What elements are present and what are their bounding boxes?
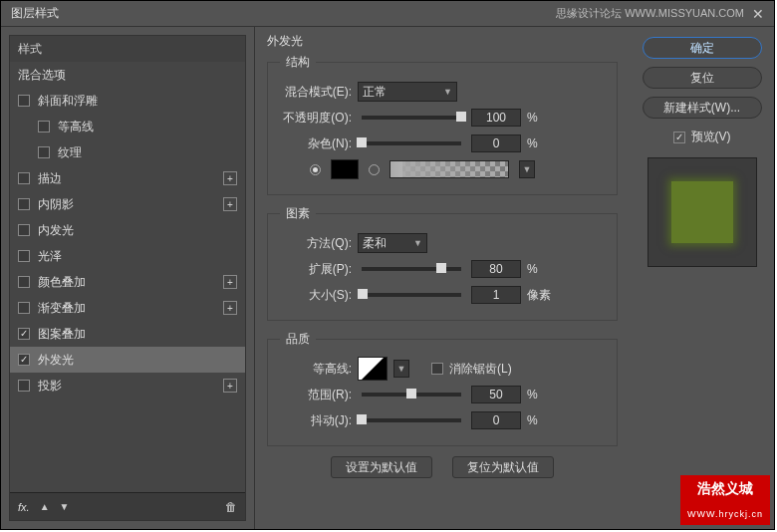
opacity-unit: % xyxy=(527,111,551,125)
style-row-5[interactable]: 内发光 xyxy=(10,217,245,243)
add-effect-icon[interactable]: + xyxy=(223,275,237,289)
blend-mode-dropdown[interactable]: 正常 ▼ xyxy=(358,82,457,102)
style-row-0[interactable]: 斜面和浮雕 xyxy=(10,88,245,114)
style-row-2[interactable]: 纹理 xyxy=(10,139,245,165)
style-label: 内阴影 xyxy=(38,196,74,213)
arrow-down-icon[interactable]: ▼ xyxy=(60,501,70,512)
new-style-button[interactable]: 新建样式(W)... xyxy=(643,97,762,119)
size-unit: 像素 xyxy=(527,287,551,304)
style-row-4[interactable]: 内阴影+ xyxy=(10,191,245,217)
style-row-11[interactable]: 投影+ xyxy=(10,373,245,399)
technique-dropdown[interactable]: 柔和 ▼ xyxy=(358,233,427,253)
noise-slider[interactable] xyxy=(362,141,461,145)
style-label: 纹理 xyxy=(58,144,82,161)
spread-slider[interactable] xyxy=(362,267,461,271)
elements-group: 图素 方法(Q): 柔和 ▼ 扩展(P): 80 % xyxy=(267,205,618,321)
style-checkbox[interactable] xyxy=(38,121,50,133)
style-checkbox[interactable] xyxy=(18,172,30,184)
style-label: 斜面和浮雕 xyxy=(38,93,98,110)
noise-unit: % xyxy=(527,136,551,150)
ok-button[interactable]: 确定 xyxy=(643,37,762,59)
window-title: 图层样式 xyxy=(11,5,59,22)
preview-box xyxy=(648,157,757,267)
right-panel: 确定 复位 新建样式(W)... ✓ 预览(V) xyxy=(630,27,774,529)
range-input[interactable]: 50 xyxy=(471,386,521,403)
add-effect-icon[interactable]: + xyxy=(223,301,237,315)
size-input[interactable]: 1 xyxy=(471,286,521,304)
titlebar: 图层样式 思缘设计论坛 WWW.MISSYUAN.COM ✕ xyxy=(1,1,774,27)
chevron-down-icon: ▼ xyxy=(413,238,422,248)
set-default-button[interactable]: 设置为默认值 xyxy=(331,456,432,478)
style-checkbox[interactable] xyxy=(18,380,30,392)
style-checkbox[interactable] xyxy=(18,328,30,340)
style-row-8[interactable]: 渐变叠加+ xyxy=(10,295,245,321)
style-label: 描边 xyxy=(38,170,62,187)
noise-input[interactable]: 0 xyxy=(471,134,521,152)
fx-icon[interactable]: fx. xyxy=(18,501,30,513)
style-label: 内发光 xyxy=(38,222,74,239)
reset-default-button[interactable]: 复位为默认值 xyxy=(452,456,554,478)
noise-label: 杂色(N): xyxy=(280,135,352,152)
style-checkbox[interactable] xyxy=(18,276,30,288)
cancel-button[interactable]: 复位 xyxy=(643,67,762,89)
style-checkbox[interactable] xyxy=(18,224,30,236)
antialias-label: 消除锯齿(L) xyxy=(449,361,512,378)
style-checkbox[interactable] xyxy=(18,302,30,314)
contour-label: 等高线: xyxy=(280,361,352,378)
sidebar-footer: fx. ▲ ▼ 🗑 xyxy=(10,492,245,520)
styles-header[interactable]: 样式 xyxy=(10,36,245,62)
add-effect-icon[interactable]: + xyxy=(223,171,237,185)
opacity-slider[interactable] xyxy=(362,116,461,120)
style-label: 投影 xyxy=(38,378,62,395)
elements-legend: 图素 xyxy=(280,205,316,222)
style-row-9[interactable]: 图案叠加 xyxy=(10,321,245,347)
contour-dropdown[interactable]: ▼ xyxy=(393,360,409,378)
style-label: 渐变叠加 xyxy=(38,300,86,317)
style-row-1[interactable]: 等高线 xyxy=(10,114,245,139)
size-label: 大小(S): xyxy=(280,287,352,304)
blend-mode-label: 混合模式(E): xyxy=(280,84,352,101)
style-row-7[interactable]: 颜色叠加+ xyxy=(10,269,245,295)
style-checkbox[interactable] xyxy=(18,198,30,210)
spread-label: 扩展(P): xyxy=(280,261,352,278)
spread-unit: % xyxy=(527,262,551,276)
style-row-3[interactable]: 描边+ xyxy=(10,165,245,191)
size-slider[interactable] xyxy=(362,293,461,297)
close-icon[interactable]: ✕ xyxy=(752,6,764,22)
gradient-radio[interactable] xyxy=(369,164,380,175)
contour-picker[interactable] xyxy=(358,357,388,381)
preview-label: 预览(V) xyxy=(691,129,731,145)
preview-swatch xyxy=(671,181,733,243)
opacity-input[interactable]: 100 xyxy=(471,109,521,127)
spread-input[interactable]: 80 xyxy=(471,260,521,278)
style-checkbox[interactable] xyxy=(18,95,30,107)
style-row-6[interactable]: 光泽 xyxy=(10,243,245,269)
color-radio[interactable] xyxy=(310,164,321,175)
structure-group: 结构 混合模式(E): 正常 ▼ 不透明度(O): 100 % xyxy=(267,54,618,195)
chevron-down-icon: ▼ xyxy=(443,87,452,97)
range-slider[interactable] xyxy=(362,393,461,397)
jitter-slider[interactable] xyxy=(362,418,461,422)
jitter-unit: % xyxy=(527,413,551,427)
watermark-text: 思缘设计论坛 WWW.MISSYUAN.COM xyxy=(556,6,744,21)
preview-checkbox[interactable]: ✓ xyxy=(673,132,685,143)
style-checkbox[interactable] xyxy=(18,250,30,262)
style-row-10[interactable]: 外发光 xyxy=(10,347,245,373)
gradient-dropdown[interactable]: ▼ xyxy=(519,160,535,178)
color-swatch[interactable] xyxy=(331,159,359,179)
add-effect-icon[interactable]: + xyxy=(223,379,237,393)
jitter-input[interactable]: 0 xyxy=(471,411,521,429)
add-effect-icon[interactable]: + xyxy=(223,197,237,211)
antialias-checkbox[interactable] xyxy=(431,363,443,375)
style-checkbox[interactable] xyxy=(18,354,30,366)
style-checkbox[interactable] xyxy=(38,146,50,158)
trash-icon[interactable]: 🗑 xyxy=(225,500,237,514)
blend-options-row[interactable]: 混合选项 xyxy=(10,62,245,88)
arrow-up-icon[interactable]: ▲ xyxy=(40,501,50,512)
structure-legend: 结构 xyxy=(280,54,316,71)
style-label: 图案叠加 xyxy=(38,326,86,343)
sidebar: 样式混合选项斜面和浮雕等高线纹理描边+内阴影+内发光光泽颜色叠加+渐变叠加+图案… xyxy=(1,27,255,529)
settings-panel: 外发光 结构 混合模式(E): 正常 ▼ 不透明度(O): 100 xyxy=(255,27,630,529)
style-label: 等高线 xyxy=(58,119,94,135)
gradient-picker[interactable] xyxy=(389,160,509,178)
